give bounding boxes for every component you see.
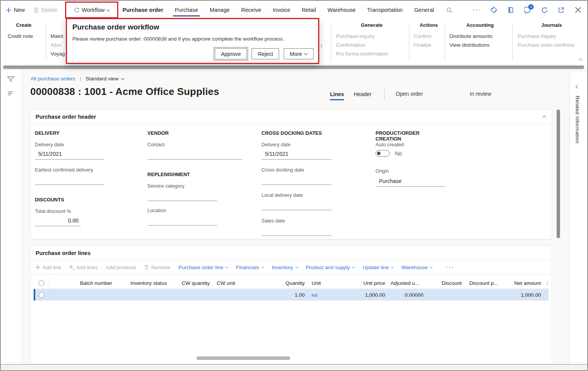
lines-toolbar: Add line Add lines Add products Remove P… [31, 260, 552, 275]
book-icon[interactable] [507, 6, 514, 14]
ribbon-group-actions: Actions Confirm Finalize [413, 22, 444, 49]
workflow-popup: Purchase order workflow Please review pu… [66, 18, 319, 64]
finalize-button: Finalize [413, 41, 444, 49]
chevron-down-icon [261, 265, 264, 268]
service-category-field[interactable] [147, 191, 217, 201]
more-button[interactable]: More [284, 48, 314, 59]
search-icon[interactable] [446, 6, 453, 14]
tab-invoice[interactable]: Invoice [273, 1, 290, 19]
trash-icon [144, 265, 149, 270]
section-title: Purchase order header [36, 114, 96, 120]
tab-retail[interactable]: Retail [302, 1, 316, 19]
task-list-icon[interactable] [8, 91, 13, 96]
chevron-down-icon [304, 51, 308, 55]
tab-header[interactable]: Header [354, 90, 372, 100]
collapse-section-icon[interactable] [543, 113, 546, 120]
location-field[interactable] [147, 215, 217, 226]
delivery-date-field[interactable]: 5/11/2021 [35, 149, 105, 160]
cross-docking-date-field[interactable] [261, 175, 332, 185]
distribute-amounts-button[interactable]: Distribute amounts [449, 32, 511, 41]
view-selector[interactable]: Standard view [86, 76, 124, 82]
view-distributions-button[interactable]: View distributions [449, 41, 511, 49]
toolbar-more-icon[interactable]: ··· [446, 263, 454, 271]
cross-delivery-date-field[interactable]: 5/11/2021 [261, 149, 332, 160]
apps-icon[interactable] [490, 6, 498, 14]
tab-receive[interactable]: Receive [241, 1, 261, 19]
chevron-down-icon [296, 265, 298, 268]
purchase-order-lines-card: Purchase order lines Add line Add lines … [30, 246, 552, 364]
tab-manage[interactable]: Manage [210, 1, 230, 19]
update-line-menu[interactable]: Update line [363, 265, 393, 270]
table-row[interactable]: 1.00 ea 1,000.00 0.00000 1,000.00 [34, 289, 549, 301]
close-icon[interactable] [574, 6, 582, 14]
approve-button[interactable]: Approve [215, 48, 247, 59]
purchase-inquiry-button: Purchase inquiry [336, 32, 407, 41]
cell-unit-price: 1,000.00 [346, 292, 390, 298]
expand-panel-icon[interactable] [576, 83, 579, 90]
more-icon[interactable]: ··· [473, 6, 481, 14]
column-header[interactable]: Inventory status [117, 280, 172, 286]
product-and-supply-menu[interactable]: Product and supply [306, 265, 355, 270]
column-header[interactable]: Batch number [50, 280, 117, 286]
row-select-radio[interactable] [39, 292, 44, 298]
local-delivery-date-field[interactable] [261, 200, 332, 210]
related-information-tab[interactable]: Related information [575, 96, 580, 144]
tab-warehouse[interactable]: Warehouse [327, 1, 356, 19]
workflow-button[interactable]: Workflow [65, 2, 118, 18]
delivery-column: DELIVERY Delivery date 5/11/2021 Earlies… [35, 124, 105, 235]
credit-note-button[interactable]: Credit note [8, 32, 40, 41]
form-scrollbar-thumb[interactable] [557, 110, 560, 238]
top-action-bar: New Delete Workflow Purchase order Purch… [1, 1, 587, 19]
reject-button[interactable]: Reject [252, 48, 279, 59]
ribbon-scrollbar-thumb[interactable] [3, 65, 584, 69]
cell-net-amount: 1,000.00 [505, 292, 545, 298]
collapse-ribbon-icon[interactable] [579, 56, 582, 63]
pro-forma-confirmation-button: Pro forma confirmation [336, 49, 407, 58]
confirmation-button: Confirmation [336, 41, 407, 49]
refresh-icon[interactable] [541, 6, 548, 14]
select-all-radio[interactable] [39, 280, 44, 286]
open-order-link[interactable]: Open order [396, 91, 423, 97]
column-header[interactable]: Unit [309, 280, 346, 286]
column-header[interactable]: Quantity [245, 280, 309, 286]
new-button[interactable]: New [6, 1, 25, 19]
purchase-order-line-menu[interactable]: Purchase order line [178, 265, 228, 270]
filter-icon[interactable] [7, 76, 15, 83]
tab-purchase-order[interactable]: Purchase order [122, 1, 163, 19]
grid-hscrollbar-thumb[interactable] [196, 356, 290, 360]
cell-unit-link[interactable]: ea [309, 292, 346, 298]
product-order-creation-column: PRODUCT/ORDER CREATION Auto created No O… [376, 124, 445, 235]
column-header[interactable]: Unit price [346, 280, 390, 286]
total-discount-field[interactable]: 0.00 [35, 216, 81, 226]
contact-field[interactable] [147, 149, 242, 160]
ribbon-group-create: Create Credit note [8, 22, 40, 41]
column-header[interactable]: Adjusted u... [390, 280, 428, 286]
column-header[interactable]: CW unit [214, 280, 245, 286]
all-purchase-orders-link[interactable]: All purchase orders [31, 76, 75, 82]
bottom-bar [1, 364, 587, 370]
column-options-icon[interactable]: ⋮ [545, 281, 550, 285]
tab-lines[interactable]: Lines [330, 90, 344, 100]
add-products-button: Add products [106, 265, 136, 270]
sales-date-field[interactable] [261, 226, 332, 236]
origin-field[interactable]: Purchase [376, 177, 445, 187]
warehouse-menu[interactable]: Warehouse [401, 265, 432, 270]
cell-adjusted-unit-price: 0.00000 [390, 292, 428, 298]
financials-menu[interactable]: Financials [236, 265, 264, 270]
trash-icon [34, 7, 39, 13]
earliest-confirmed-delivery-field[interactable] [35, 175, 105, 185]
chat-icon[interactable]: 0 [524, 6, 531, 14]
left-toolbar [1, 70, 22, 364]
auto-created-toggle[interactable] [376, 150, 390, 157]
column-header[interactable]: Net amount [505, 280, 545, 286]
column-header[interactable]: Discount [428, 280, 466, 286]
inventory-menu[interactable]: Inventory [272, 265, 298, 270]
tab-transportation[interactable]: Transportation [367, 1, 403, 19]
tab-general[interactable]: General [414, 1, 434, 19]
popout-icon[interactable] [557, 6, 565, 14]
column-header[interactable]: Discount p... [466, 280, 505, 286]
workflow-status: In review [470, 91, 491, 97]
grid-header: Batch number Inventory status CW quantit… [34, 278, 549, 289]
tab-purchase[interactable]: Purchase [175, 1, 198, 19]
column-header[interactable]: CW quantity [172, 280, 214, 286]
